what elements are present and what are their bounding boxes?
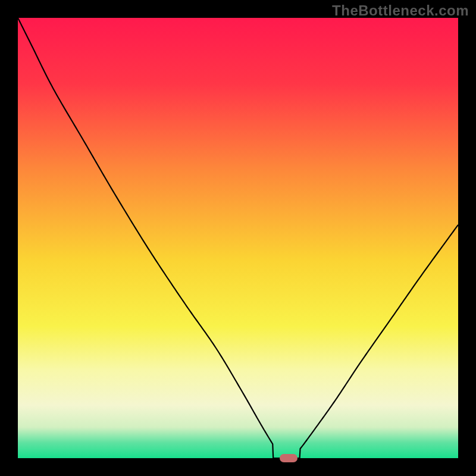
watermark-text: TheBottleneck.com <box>332 2 469 19</box>
plot-area <box>18 18 458 458</box>
optimum-marker <box>280 454 298 462</box>
gradient-background <box>18 18 458 458</box>
chart-frame: TheBottleneck.com <box>0 0 476 476</box>
gradient-plot-svg <box>18 18 458 458</box>
